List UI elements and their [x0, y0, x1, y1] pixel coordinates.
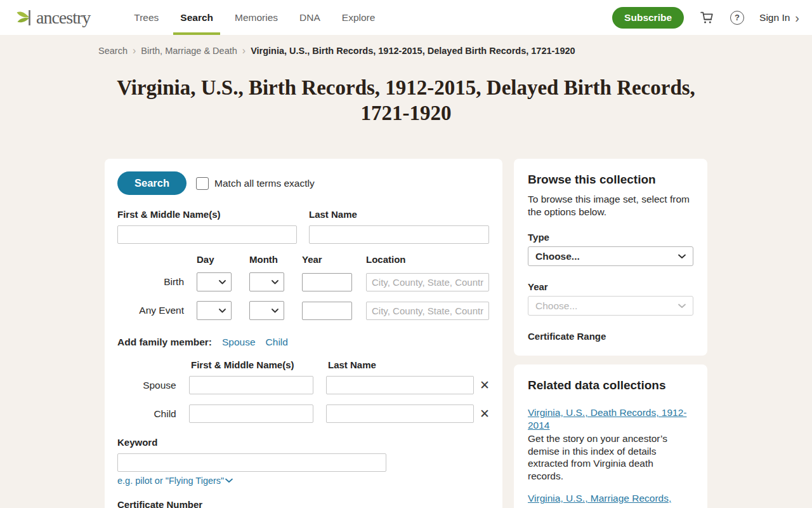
- ancestry-logo[interactable]: ancestry: [16, 8, 90, 28]
- keyword-label: Keyword: [117, 437, 490, 448]
- match-exact-label: Match all terms exactly: [214, 178, 315, 189]
- add-child-link[interactable]: Child: [266, 337, 288, 348]
- subscribe-button[interactable]: Subscribe: [612, 7, 684, 29]
- nav-item-memories[interactable]: Memories: [228, 0, 285, 35]
- year-column-label: Year: [302, 254, 352, 265]
- any-event-location-input[interactable]: [366, 302, 489, 320]
- remove-child-icon[interactable]: ✕: [480, 408, 490, 420]
- related-collections-card: Related data collections Virginia, U.S.,…: [514, 364, 707, 508]
- chevron-right-icon: ›: [133, 46, 136, 56]
- last-name-input[interactable]: [309, 225, 489, 244]
- keyword-input[interactable]: [117, 453, 386, 472]
- breadcrumb-search[interactable]: Search: [98, 46, 128, 56]
- chevron-down-icon: [678, 254, 686, 259]
- browse-collection-title: Browse this collection: [528, 173, 693, 187]
- birth-day-select[interactable]: [197, 272, 232, 291]
- sidebar: Browse this collection To browse this im…: [514, 159, 707, 508]
- first-name-label: First & Middle Name(s): [117, 209, 297, 220]
- child-row-label: Child: [117, 408, 176, 420]
- location-column-label: Location: [366, 254, 489, 265]
- page-title: Virginia, U.S., Birth Records, 1912-2015…: [92, 75, 720, 126]
- birth-month-select[interactable]: [249, 272, 284, 291]
- chevron-right-icon: ›: [242, 46, 246, 56]
- related-link-marriage-records[interactable]: Virginia, U.S., Marriage Records, 1936-2…: [528, 492, 690, 508]
- chevron-down-icon: [219, 309, 226, 313]
- nav-item-trees[interactable]: Trees: [127, 0, 166, 35]
- breadcrumb: Search › Birth, Marriage & Death › Virgi…: [98, 46, 812, 56]
- year-select[interactable]: Choose...: [528, 296, 693, 316]
- child-first-name-input[interactable]: [189, 404, 313, 423]
- content-area: Search Match all terms exactly First & M…: [105, 159, 812, 508]
- chevron-down-icon: [219, 280, 226, 284]
- breadcrumb-current: Virginia, U.S., Birth Records, 1912-2015…: [251, 46, 575, 56]
- nav-item-explore[interactable]: Explore: [335, 0, 383, 35]
- certificate-number-label: Certificate Number: [117, 499, 490, 508]
- any-event-year-input[interactable]: [302, 302, 352, 320]
- chevron-down-icon: [272, 280, 278, 284]
- nav-item-search[interactable]: Search: [173, 0, 220, 35]
- last-name-label: Last Name: [309, 209, 489, 220]
- related-link-death-records[interactable]: Virginia, U.S., Death Records, 1912-2014: [528, 406, 690, 431]
- browse-collection-description: To browse this image set, select from th…: [528, 193, 693, 218]
- child-last-name-input[interactable]: [326, 404, 474, 423]
- any-event-month-select[interactable]: [249, 301, 284, 320]
- month-column-label: Month: [249, 254, 284, 265]
- search-form-card: Search Match all terms exactly First & M…: [105, 159, 502, 508]
- type-label: Type: [528, 232, 693, 243]
- help-icon[interactable]: ?: [730, 11, 744, 25]
- birth-year-input[interactable]: [302, 273, 352, 291]
- remove-spouse-icon[interactable]: ✕: [480, 379, 490, 391]
- nav-item-dna[interactable]: DNA: [292, 0, 327, 35]
- year-label: Year: [528, 281, 693, 292]
- spouse-last-name-input[interactable]: [326, 376, 474, 394]
- any-event-day-select[interactable]: [197, 301, 232, 320]
- first-name-input[interactable]: [117, 225, 297, 244]
- chevron-down-icon: [272, 309, 278, 313]
- ancestry-leaf-icon: [16, 8, 35, 28]
- spouse-first-name-input[interactable]: [189, 376, 313, 394]
- cart-icon[interactable]: [699, 10, 715, 25]
- spouse-row-label: Spouse: [117, 380, 176, 391]
- related-collections-title: Related data collections: [528, 378, 693, 392]
- breadcrumb-bmd[interactable]: Birth, Marriage & Death: [141, 46, 237, 56]
- browse-collection-card: Browse this collection To browse this im…: [514, 159, 707, 356]
- chevron-right-icon: ›: [795, 11, 799, 24]
- keyword-hint-link[interactable]: e.g. pilot or "Flying Tigers": [117, 476, 490, 486]
- header-actions: Subscribe ? Sign In ›: [612, 7, 799, 29]
- related-description: Get the story on your ancestor’s demise …: [528, 432, 691, 482]
- type-select[interactable]: Choose...: [528, 246, 693, 266]
- add-spouse-link[interactable]: Spouse: [222, 337, 256, 348]
- main-nav: Trees Search Memories DNA Explore: [123, 0, 386, 35]
- birth-location-input[interactable]: [366, 273, 489, 291]
- family-first-name-column-label: First & Middle Name(s): [191, 359, 328, 370]
- match-exact-checkbox[interactable]: [196, 177, 209, 190]
- day-column-label: Day: [197, 254, 232, 265]
- chevron-down-icon: [225, 478, 233, 483]
- chevron-down-icon: [678, 304, 686, 309]
- certificate-range-label: Certificate Range: [528, 331, 693, 342]
- birth-row-label: Birth: [117, 276, 184, 288]
- ancestry-wordmark: ancestry: [36, 9, 90, 27]
- family-last-name-column-label: Last Name: [328, 359, 376, 370]
- sign-in-link[interactable]: Sign In ›: [759, 11, 799, 24]
- add-family-member-label: Add family member:: [117, 337, 212, 348]
- search-button[interactable]: Search: [117, 171, 187, 195]
- top-navigation-bar: ancestry Trees Search Memories DNA Explo…: [0, 0, 812, 35]
- any-event-row-label: Any Event: [117, 305, 184, 316]
